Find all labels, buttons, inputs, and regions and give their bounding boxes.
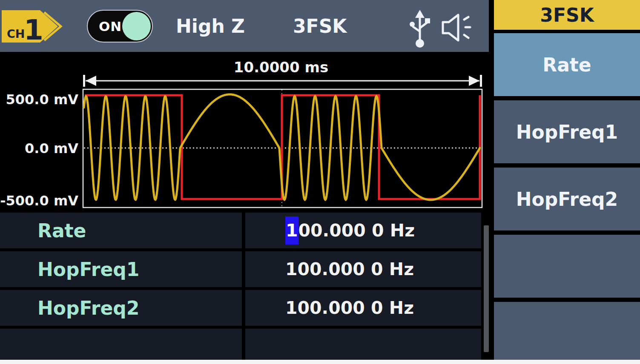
output-on-toggle[interactable]: ON (87, 10, 153, 43)
bottom-bezel-strip (0, 360, 640, 364)
parameter-table: Rate 100.000 0 Hz HopFreq1 100.000 0 Hz … (0, 213, 481, 360)
channel-badge-prefix: CH (7, 27, 25, 40)
speaker-icon (441, 14, 478, 42)
param-label: HopFreq1 (37, 259, 139, 280)
softkey-rate[interactable]: Rate (494, 33, 640, 96)
param-label: HopFreq2 (37, 297, 139, 319)
time-span-arrow (83, 75, 482, 87)
table-row-rate[interactable]: Rate 100.000 0 Hz (0, 213, 481, 248)
usb-icon (408, 9, 432, 48)
soft-menu: 3FSK Rate HopFreq1 HopFreq2 (494, 0, 640, 364)
toggle-on-label: ON (99, 19, 122, 34)
ytick-neg500: -500.0 mV (0, 193, 78, 209)
time-span-label: 10.0000 ms (234, 59, 328, 76)
edit-cursor: 1 (285, 216, 298, 245)
softkey-hopfreq1[interactable]: HopFreq1 (494, 100, 640, 163)
toggle-knob[interactable] (122, 12, 151, 40)
softkey-hopfreq2[interactable]: HopFreq2 (494, 168, 640, 230)
table-scrollbar[interactable] (484, 225, 489, 352)
param-label: Rate (37, 220, 86, 242)
param-value: 100.000 0 Hz (285, 220, 415, 241)
ytick-pos500: 500.0 mV (6, 91, 79, 108)
channel-badge[interactable]: CH 1 (2, 9, 74, 44)
table-row-hopfreq2[interactable]: HopFreq2 100.000 0 Hz (0, 290, 481, 326)
channel-badge-number: 1 (24, 14, 43, 44)
soft-menu-title: 3FSK (494, 0, 640, 30)
ytick-zero: 0.0 mV (25, 140, 78, 156)
waveform-display: 10.0000 ms 500.0 mV 0.0 mV -500.0 mV (0, 52, 489, 213)
top-status-bar: CH 1 ON High Z 3FSK (0, 0, 489, 52)
mode-status: 3FSK (293, 0, 347, 52)
softkey-empty-2[interactable] (494, 302, 640, 364)
table-row-empty (0, 329, 481, 360)
impedance-status: High Z (176, 0, 245, 52)
param-value: 100.000 0 Hz (285, 259, 414, 279)
softkey-empty-1[interactable] (494, 235, 640, 298)
signal-generator-screen: CH 1 ON High Z 3FSK (0, 0, 640, 364)
param-value: 100.000 0 Hz (285, 298, 414, 318)
table-row-hopfreq1[interactable]: HopFreq1 100.000 0 Hz (0, 251, 481, 287)
